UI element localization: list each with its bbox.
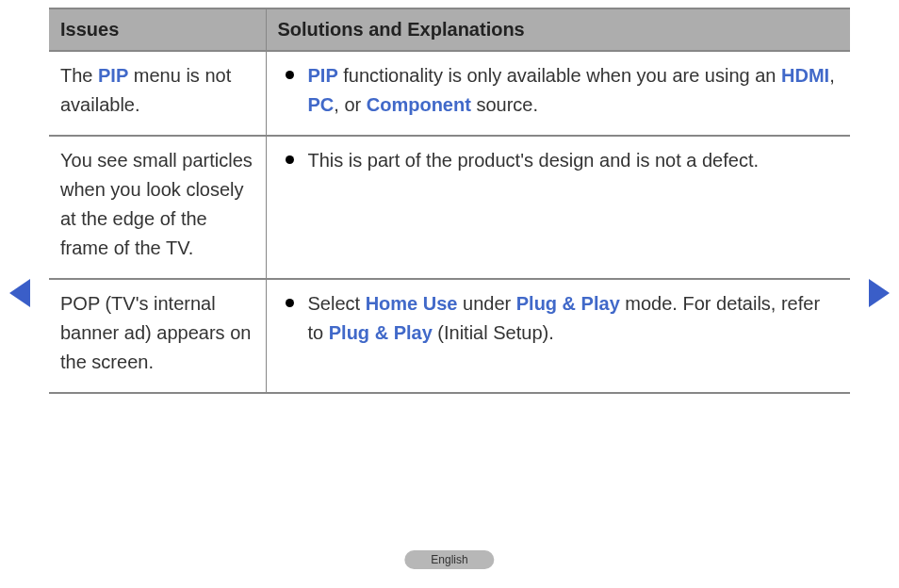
plain-text: This is part of the product's design and…: [308, 150, 760, 171]
solution-cell: Select Home Use under Plug & Play mode. …: [266, 279, 850, 393]
keyword-text: Plug & Play: [329, 322, 433, 343]
keyword-text: Component: [367, 94, 471, 115]
plain-text: You see small particles when you look cl…: [60, 150, 253, 258]
keyword-text: PIP: [308, 65, 338, 86]
plain-text: (Initial Setup).: [433, 322, 554, 343]
keyword-text: Home Use: [366, 293, 458, 314]
language-badge: English: [404, 550, 494, 569]
table-row: POP (TV's internal banner ad) appears on…: [49, 279, 850, 393]
plain-text: POP (TV's internal banner ad) appears on…: [60, 293, 251, 372]
issue-cell: POP (TV's internal banner ad) appears on…: [49, 279, 266, 393]
solution-list: PIP functionality is only available when…: [274, 61, 840, 120]
plain-text: Select: [308, 293, 366, 314]
table-row: The PIP menu is not available.PIP functi…: [49, 51, 850, 136]
previous-page-arrow[interactable]: [9, 279, 30, 307]
issue-cell: You see small particles when you look cl…: [49, 136, 266, 279]
keyword-text: HDMI: [781, 65, 829, 86]
solution-item: This is part of the product's design and…: [274, 146, 840, 175]
plain-text: The: [60, 65, 98, 86]
solution-cell: This is part of the product's design and…: [266, 136, 850, 279]
troubleshooting-table: Issues Solutions and Explanations The PI…: [49, 8, 850, 394]
keyword-text: PC: [308, 94, 335, 115]
solution-cell: PIP functionality is only available when…: [266, 51, 850, 136]
table-row: You see small particles when you look cl…: [49, 136, 850, 279]
plain-text: functionality is only available when you…: [338, 65, 781, 86]
plain-text: ,: [829, 65, 835, 86]
table-header-issues: Issues: [49, 8, 266, 51]
solution-item: PIP functionality is only available when…: [274, 61, 840, 120]
table-header-solutions: Solutions and Explanations: [266, 8, 850, 51]
plain-text: , or: [334, 94, 366, 115]
issue-cell: The PIP menu is not available.: [49, 51, 266, 136]
solution-item: Select Home Use under Plug & Play mode. …: [274, 289, 840, 348]
plain-text: under: [457, 293, 515, 314]
solution-list: Select Home Use under Plug & Play mode. …: [274, 289, 840, 348]
keyword-text: Plug & Play: [516, 293, 620, 314]
plain-text: source.: [471, 94, 538, 115]
troubleshooting-table-wrapper: Issues Solutions and Explanations The PI…: [49, 8, 850, 394]
keyword-text: PIP: [98, 65, 128, 86]
table-body: The PIP menu is not available.PIP functi…: [49, 51, 850, 393]
next-page-arrow[interactable]: [869, 279, 890, 307]
solution-list: This is part of the product's design and…: [274, 146, 840, 175]
